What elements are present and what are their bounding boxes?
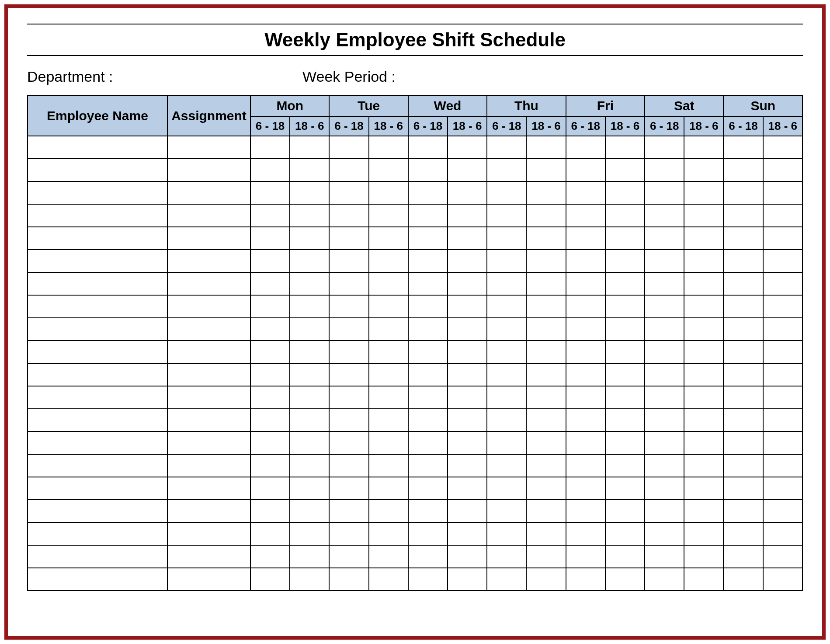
table-cell[interactable]	[167, 136, 250, 159]
table-cell[interactable]	[566, 386, 605, 409]
table-cell[interactable]	[566, 204, 605, 227]
table-cell[interactable]	[408, 204, 448, 227]
table-cell[interactable]	[329, 318, 368, 341]
table-cell[interactable]	[526, 318, 566, 341]
table-cell[interactable]	[526, 159, 566, 181]
table-cell[interactable]	[526, 500, 566, 522]
table-cell[interactable]	[605, 545, 645, 568]
table-cell[interactable]	[487, 432, 526, 454]
table-cell[interactable]	[487, 568, 526, 591]
table-cell[interactable]	[605, 386, 645, 409]
table-cell[interactable]	[645, 272, 684, 295]
table-cell[interactable]	[763, 341, 802, 363]
table-cell[interactable]	[329, 409, 368, 432]
table-cell[interactable]	[408, 568, 448, 591]
table-cell[interactable]	[448, 500, 487, 522]
table-cell[interactable]	[28, 545, 167, 568]
table-cell[interactable]	[408, 386, 448, 409]
table-cell[interactable]	[408, 272, 448, 295]
table-cell[interactable]	[408, 181, 448, 204]
table-cell[interactable]	[645, 341, 684, 363]
table-cell[interactable]	[605, 363, 645, 386]
table-cell[interactable]	[250, 454, 290, 477]
table-cell[interactable]	[290, 454, 329, 477]
table-cell[interactable]	[167, 272, 250, 295]
table-cell[interactable]	[566, 409, 605, 432]
table-cell[interactable]	[329, 204, 368, 227]
table-cell[interactable]	[408, 136, 448, 159]
table-cell[interactable]	[408, 454, 448, 477]
table-cell[interactable]	[448, 545, 487, 568]
table-cell[interactable]	[605, 454, 645, 477]
table-cell[interactable]	[408, 227, 448, 250]
table-cell[interactable]	[329, 250, 368, 272]
table-cell[interactable]	[28, 295, 167, 318]
table-cell[interactable]	[645, 454, 684, 477]
table-cell[interactable]	[487, 295, 526, 318]
table-cell[interactable]	[329, 159, 368, 181]
table-cell[interactable]	[250, 545, 290, 568]
table-cell[interactable]	[290, 409, 329, 432]
table-cell[interactable]	[167, 318, 250, 341]
table-cell[interactable]	[329, 136, 368, 159]
table-cell[interactable]	[369, 500, 408, 522]
table-cell[interactable]	[167, 227, 250, 250]
table-cell[interactable]	[250, 295, 290, 318]
table-cell[interactable]	[723, 295, 763, 318]
table-cell[interactable]	[369, 272, 408, 295]
table-cell[interactable]	[763, 545, 802, 568]
table-cell[interactable]	[329, 363, 368, 386]
table-cell[interactable]	[369, 159, 408, 181]
table-cell[interactable]	[645, 522, 684, 545]
table-cell[interactable]	[448, 250, 487, 272]
table-cell[interactable]	[167, 454, 250, 477]
table-cell[interactable]	[290, 522, 329, 545]
table-cell[interactable]	[684, 227, 723, 250]
table-cell[interactable]	[645, 295, 684, 318]
table-cell[interactable]	[250, 363, 290, 386]
table-cell[interactable]	[290, 545, 329, 568]
table-cell[interactable]	[645, 181, 684, 204]
table-cell[interactable]	[605, 295, 645, 318]
table-cell[interactable]	[369, 341, 408, 363]
table-cell[interactable]	[448, 204, 487, 227]
table-cell[interactable]	[487, 181, 526, 204]
table-cell[interactable]	[605, 227, 645, 250]
table-cell[interactable]	[250, 227, 290, 250]
table-cell[interactable]	[684, 295, 723, 318]
table-cell[interactable]	[684, 432, 723, 454]
table-cell[interactable]	[487, 477, 526, 500]
table-cell[interactable]	[290, 204, 329, 227]
table-cell[interactable]	[28, 181, 167, 204]
table-cell[interactable]	[723, 204, 763, 227]
table-cell[interactable]	[566, 432, 605, 454]
table-cell[interactable]	[369, 454, 408, 477]
table-cell[interactable]	[566, 363, 605, 386]
table-cell[interactable]	[566, 136, 605, 159]
table-cell[interactable]	[723, 159, 763, 181]
table-cell[interactable]	[526, 545, 566, 568]
table-cell[interactable]	[645, 545, 684, 568]
table-cell[interactable]	[526, 363, 566, 386]
table-cell[interactable]	[167, 545, 250, 568]
table-cell[interactable]	[250, 181, 290, 204]
table-cell[interactable]	[605, 204, 645, 227]
table-cell[interactable]	[28, 272, 167, 295]
table-cell[interactable]	[250, 136, 290, 159]
table-cell[interactable]	[290, 363, 329, 386]
table-cell[interactable]	[526, 136, 566, 159]
table-cell[interactable]	[250, 386, 290, 409]
table-cell[interactable]	[723, 341, 763, 363]
table-cell[interactable]	[487, 204, 526, 227]
table-cell[interactable]	[645, 500, 684, 522]
table-cell[interactable]	[487, 250, 526, 272]
table-cell[interactable]	[763, 136, 802, 159]
table-cell[interactable]	[28, 318, 167, 341]
table-cell[interactable]	[290, 136, 329, 159]
table-cell[interactable]	[526, 250, 566, 272]
table-cell[interactable]	[526, 432, 566, 454]
table-cell[interactable]	[408, 341, 448, 363]
table-cell[interactable]	[369, 227, 408, 250]
table-cell[interactable]	[487, 136, 526, 159]
table-cell[interactable]	[487, 272, 526, 295]
